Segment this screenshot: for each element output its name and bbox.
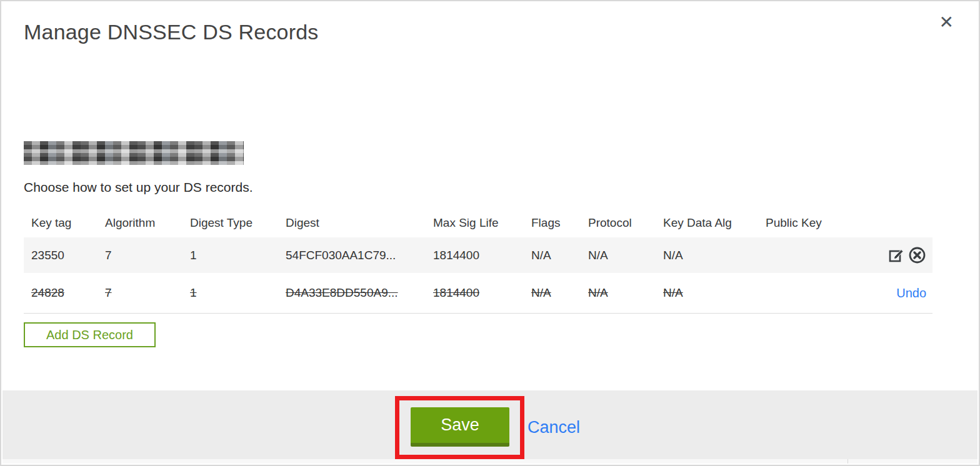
domain-name-redacted bbox=[24, 141, 244, 165]
dnssec-modal: Manage DNSSEC DS Records ✕ Choose how to… bbox=[0, 0, 980, 466]
save-button[interactable]: Save bbox=[411, 407, 509, 447]
cell-algorithm: 7 bbox=[98, 286, 182, 300]
cell-digest-type: 1 bbox=[182, 249, 278, 262]
column-header-max-sig-life: Max Sig Life bbox=[426, 216, 524, 230]
column-header-digest-type: Digest Type bbox=[182, 216, 278, 230]
cell-key-tag: 24828 bbox=[24, 286, 98, 300]
cell-algorithm: 7 bbox=[98, 249, 182, 262]
undo-link[interactable]: Undo bbox=[896, 286, 926, 300]
cell-key-data-alg: N/A bbox=[656, 286, 758, 300]
cell-digest: 54FCF030AA1C79... bbox=[278, 249, 426, 262]
cell-digest: D4A33E8DD550A9... bbox=[278, 286, 426, 300]
cell-protocol: N/A bbox=[581, 286, 656, 300]
column-header-protocol: Protocol bbox=[581, 216, 656, 230]
add-ds-record-button[interactable]: Add DS Record bbox=[24, 322, 156, 347]
cell-max-sig-life: 1814400 bbox=[426, 286, 524, 300]
cell-key-data-alg: N/A bbox=[656, 249, 758, 262]
column-header-digest: Digest bbox=[278, 216, 426, 230]
edit-icon[interactable] bbox=[888, 246, 906, 265]
cell-protocol: N/A bbox=[581, 249, 656, 262]
page-behind-modal bbox=[2, 459, 978, 464]
table-row-deleted: 24828 7 1 D4A33E8DD550A9... 1814400 N/A … bbox=[24, 273, 932, 314]
column-header-algorithm: Algorithm bbox=[98, 216, 182, 230]
cell-max-sig-life: 1814400 bbox=[426, 249, 524, 262]
column-header-key-data-alg: Key Data Alg bbox=[656, 216, 758, 230]
instruction-text: Choose how to set up your DS records. bbox=[24, 180, 253, 195]
cell-flags: N/A bbox=[524, 249, 581, 262]
cell-key-tag: 23550 bbox=[24, 249, 98, 262]
cancel-link[interactable]: Cancel bbox=[528, 418, 580, 437]
column-header-public-key: Public Key bbox=[758, 216, 852, 230]
divider bbox=[848, 459, 848, 464]
modal-footer: Save Cancel bbox=[2, 390, 978, 462]
table-header-row: Key tag Algorithm Digest Type Digest Max… bbox=[24, 209, 932, 237]
close-icon[interactable]: ✕ bbox=[939, 14, 954, 31]
ds-records-table: Key tag Algorithm Digest Type Digest Max… bbox=[24, 209, 932, 314]
annotation-highlight-box: Save bbox=[395, 396, 524, 459]
cell-flags: N/A bbox=[524, 286, 581, 300]
column-header-key-tag: Key tag bbox=[24, 216, 98, 230]
delete-icon[interactable] bbox=[908, 246, 926, 265]
column-header-flags: Flags bbox=[524, 216, 581, 230]
page-title: Manage DNSSEC DS Records bbox=[24, 20, 319, 44]
table-row: 23550 7 1 54FCF030AA1C79... 1814400 N/A … bbox=[24, 237, 932, 273]
cell-digest-type: 1 bbox=[182, 286, 278, 300]
